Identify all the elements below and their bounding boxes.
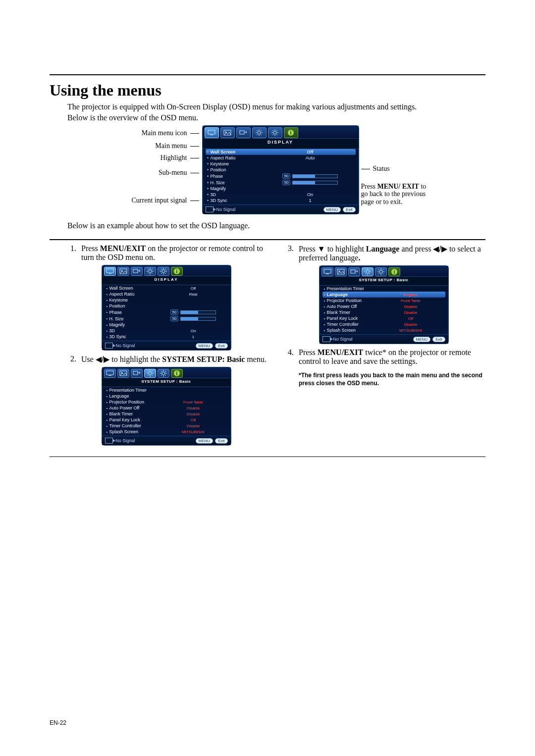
source-icon bbox=[105, 438, 113, 444]
menu-item-label: Splash Screen bbox=[109, 429, 159, 434]
menu-item: • Splash Screen MITSUBISHI bbox=[322, 327, 445, 333]
signal-status: No Signal bbox=[116, 438, 135, 443]
menu-item: • 3D On bbox=[105, 328, 228, 334]
left-arrow-icon: ◀ bbox=[96, 354, 102, 364]
svg-line-12 bbox=[261, 130, 262, 131]
osd-tab-info-icon: i bbox=[171, 369, 183, 378]
svg-line-20 bbox=[276, 134, 277, 135]
source-icon bbox=[206, 206, 214, 212]
label-sub-menu: Sub-menu bbox=[159, 169, 187, 177]
osd-tab-picture-icon bbox=[117, 369, 129, 378]
svg-rect-79 bbox=[351, 270, 355, 273]
menu-item-value: English bbox=[376, 293, 445, 297]
svg-rect-4 bbox=[240, 131, 244, 134]
menu-item-label: Aspect Ratio bbox=[109, 292, 159, 297]
osd-tabs: i bbox=[102, 367, 231, 378]
exit-chip: Exit bbox=[215, 438, 227, 444]
menu-item-label: Phase bbox=[211, 174, 265, 179]
menu-item: • Language English bbox=[322, 292, 445, 298]
svg-line-46 bbox=[165, 269, 166, 270]
osd-tab-gear-2-icon bbox=[158, 267, 169, 276]
svg-line-19 bbox=[272, 130, 273, 131]
menu-item: • Magnify bbox=[206, 186, 356, 192]
menu-item: • Auto Power Off Disable bbox=[322, 303, 445, 309]
svg-line-36 bbox=[152, 273, 153, 274]
menu-item-label: Presentation Timer bbox=[109, 388, 159, 393]
down-arrow-icon: ▼ bbox=[318, 245, 325, 253]
label-main-menu-icon: Main menu icon bbox=[142, 129, 187, 137]
menu-item-label: Magnify bbox=[211, 186, 265, 191]
top-rule bbox=[50, 74, 485, 75]
osd-tabs: i bbox=[320, 266, 448, 277]
svg-rect-75 bbox=[324, 269, 331, 273]
menu-item-value: On bbox=[159, 329, 228, 333]
osd-tab-picture-icon bbox=[117, 267, 129, 276]
menu-item: • Wall Screen Off bbox=[206, 149, 356, 155]
svg-line-88 bbox=[365, 273, 366, 274]
svg-line-35 bbox=[148, 269, 149, 270]
osd-footer: No Signal MENU Exit bbox=[320, 334, 448, 344]
menu-item: • Presentation Timer bbox=[322, 286, 445, 292]
step-3: 3. Press ▼ to highlight Language and pre… bbox=[282, 244, 485, 262]
menu-item: • Projector Position Front Table bbox=[105, 399, 228, 405]
osd-tabs: i bbox=[102, 265, 231, 276]
right-arrow-icon: ▶ bbox=[104, 354, 109, 364]
left-arrow-icon: ◀ bbox=[433, 244, 439, 253]
menu-item: • Position bbox=[105, 303, 228, 309]
osd-tab-display-icon bbox=[321, 267, 333, 276]
osd-step3-window: iSYSTEM SETUP : Basic • Presentation Tim… bbox=[282, 265, 485, 344]
menu-item-label: H. Size bbox=[109, 316, 159, 321]
osd-title: DISPLAY bbox=[102, 276, 231, 285]
menu-item-value: Disable bbox=[376, 322, 445, 327]
menu-chip: MENU bbox=[413, 337, 431, 342]
menu-slider: 50 bbox=[159, 309, 228, 315]
menu-item-value: Front Table bbox=[159, 400, 228, 404]
menu-item-label: Keystone bbox=[109, 298, 159, 302]
svg-text:i: i bbox=[290, 130, 292, 136]
menu-chip: MENU bbox=[323, 207, 341, 212]
svg-line-22 bbox=[272, 134, 273, 135]
menu-item: • H. Size 50 bbox=[105, 315, 228, 322]
diagram-left-labels: Main menu icon Main menu Highlight Sub-m… bbox=[105, 125, 199, 204]
step-4-note: *The first press leads you back to the m… bbox=[299, 372, 485, 387]
osd-step1-window: iDISPLAY • Wall Screen Off • Aspect Rati… bbox=[64, 265, 268, 351]
osd-overview-diagram: Main menu icon Main menu Highlight Sub-m… bbox=[50, 125, 485, 214]
svg-point-89 bbox=[379, 270, 382, 273]
menu-item-value: Disable bbox=[376, 310, 445, 315]
svg-line-13 bbox=[257, 134, 258, 135]
svg-line-87 bbox=[369, 269, 370, 270]
svg-rect-29 bbox=[133, 269, 138, 273]
osd-tabs: i bbox=[203, 126, 359, 139]
menu-slider: 50 bbox=[265, 180, 356, 185]
menu-item: • Timer Controller Disable bbox=[105, 423, 228, 429]
svg-line-72 bbox=[161, 375, 162, 376]
svg-line-38 bbox=[148, 273, 149, 274]
svg-line-71 bbox=[165, 371, 166, 372]
svg-point-64 bbox=[162, 372, 165, 375]
svg-rect-54 bbox=[133, 371, 138, 375]
menu-item-label: Aspect Ratio bbox=[211, 155, 265, 160]
exit-chip: Exit bbox=[432, 337, 445, 342]
menu-item-value: Off bbox=[159, 418, 228, 422]
menu-item-label: Presentation Timer bbox=[327, 286, 376, 291]
example-intro: Below is an example about how to set the… bbox=[67, 221, 485, 230]
menu-item: • Phase 50 bbox=[206, 173, 356, 179]
menu-item-label: Projector Position bbox=[109, 400, 159, 404]
menu-item-label: 3D bbox=[211, 192, 265, 197]
step-2: 2. Use ◀/▶ to highlight the SYSTEM SETUP… bbox=[64, 354, 268, 364]
osd-tab-gear-1-icon bbox=[252, 127, 267, 138]
exit-chip: Exit bbox=[343, 207, 355, 212]
osd-title: DISPLAY bbox=[203, 139, 359, 149]
menu-item-value: 1 bbox=[159, 335, 228, 339]
osd-tab-gear-2-icon bbox=[375, 267, 387, 276]
svg-point-5 bbox=[258, 131, 261, 134]
menu-item-value: Disable bbox=[159, 406, 228, 410]
menu-item-value: 1 bbox=[265, 198, 356, 203]
menu-item-label: Auto Power Off bbox=[109, 405, 159, 410]
menu-item: • Keystone bbox=[105, 297, 228, 303]
menu-item: • Aspect Ratio Auto bbox=[206, 155, 356, 161]
svg-line-95 bbox=[382, 273, 383, 274]
source-icon bbox=[322, 336, 330, 342]
menu-item: • Position bbox=[206, 167, 356, 173]
menu-item: • Keystone bbox=[206, 161, 356, 167]
